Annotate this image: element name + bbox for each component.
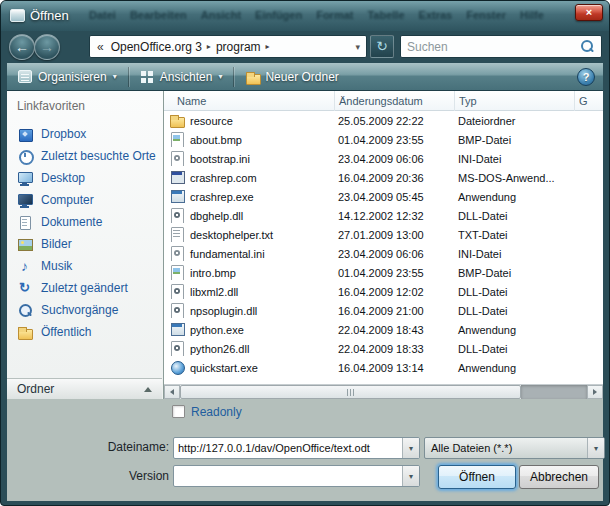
file-row[interactable]: dbghelp.dll 14.12.2002 12:32 DLL-Datei (164, 206, 603, 225)
caret-down-icon: ▾ (113, 72, 117, 81)
file-type: Anwendung (454, 362, 574, 374)
scroll-left-icon (167, 389, 174, 395)
sidebar-item-recent-places[interactable]: Zuletzt besuchte Orte (7, 145, 163, 167)
filetype-dropdown-button[interactable]: ▾ (587, 438, 604, 458)
filetype-value: Alle Dateien (*.*) (425, 438, 587, 458)
filename-input[interactable] (174, 438, 402, 458)
sidebar-item-dropbox[interactable]: Dropbox (7, 123, 163, 145)
file-row[interactable]: crashrep.com 16.04.2009 20:36 MS-DOS-Anw… (164, 168, 603, 187)
caret-down-icon: ▾ (218, 72, 222, 81)
background-menu-item: Tabelle (367, 9, 404, 21)
column-header-type[interactable]: Typ (454, 91, 574, 111)
readonly-checkbox[interactable] (172, 405, 185, 418)
new-folder-button[interactable]: Neuer Ordner (236, 66, 347, 88)
filename-dropdown-button[interactable]: ▾ (402, 438, 419, 458)
version-dropdown-button[interactable]: ▾ (402, 466, 419, 486)
column-header-size[interactable]: G (574, 91, 603, 111)
documents-icon (17, 215, 34, 230)
dll-file-icon (169, 303, 185, 318)
version-input[interactable] (174, 466, 402, 486)
new-folder-label: Neuer Ordner (265, 70, 338, 84)
column-header-name[interactable]: Name (164, 91, 334, 111)
sidebar-item-recently-changed[interactable]: Zuletzt geändert (7, 277, 163, 299)
help-button[interactable]: ? (577, 68, 595, 86)
sidebar-item-computer[interactable]: Computer (7, 189, 163, 211)
search-input[interactable] (401, 40, 580, 54)
titlebar[interactable]: Öffnen Datei Bearbeiten Ansicht Einfügen… (1, 1, 609, 31)
scrollbar-track[interactable] (521, 385, 587, 399)
search-box[interactable] (400, 35, 602, 58)
favorites-sidebar: Linkfavoriten Dropbox Zuletzt besuchte O… (7, 91, 164, 399)
image-file-icon (169, 265, 185, 280)
caret-down-icon: ▾ (409, 472, 413, 481)
scroll-left-button[interactable] (164, 385, 180, 399)
background-menu-item: Ansicht (201, 9, 241, 21)
close-button[interactable]: × (575, 4, 603, 21)
file-type: Dateiordner (454, 115, 574, 127)
background-menu-item: Fenster (466, 9, 506, 21)
sidebar-item-label: Zuletzt besuchte Orte (41, 149, 156, 163)
organize-label: Organisieren (38, 70, 107, 84)
sidebar-item-label: Bilder (41, 237, 72, 251)
application-icon (169, 322, 185, 337)
file-row[interactable]: quickstart.exe 16.04.2009 13:14 Anwendun… (164, 358, 603, 377)
file-row[interactable]: fundamental.ini 23.04.2009 06:06 INI-Dat… (164, 244, 603, 263)
file-row[interactable]: intro.bmp 01.04.2009 23:55 BMP-Datei (164, 263, 603, 282)
views-button[interactable]: Ansichten ▾ (131, 66, 232, 88)
sidebar-item-searches[interactable]: Suchvorgänge (7, 299, 163, 321)
sidebar-item-label: Computer (41, 193, 94, 207)
forward-button[interactable]: → (34, 34, 60, 60)
readonly-label[interactable]: Readonly (191, 405, 242, 419)
background-menu-item: Format (316, 9, 353, 21)
breadcrumb-item[interactable]: OpenOffice.org 3 (107, 40, 206, 54)
back-icon: ← (15, 39, 29, 55)
cancel-button[interactable]: Abbrechen (519, 465, 599, 489)
back-button[interactable]: ← (9, 34, 35, 60)
file-row[interactable]: bootstrap.ini 23.04.2009 06:06 INI-Datei (164, 149, 603, 168)
open-button[interactable]: Öffnen (438, 465, 516, 489)
file-row[interactable]: desktophelper.txt 27.01.2009 13:00 TXT-D… (164, 225, 603, 244)
filetype-combobox[interactable]: Alle Dateien (*.*) ▾ (424, 437, 605, 459)
folders-expander[interactable]: Ordner (7, 378, 162, 399)
refresh-button[interactable]: ↻ (370, 35, 394, 58)
organize-button[interactable]: Organisieren ▾ (9, 66, 126, 88)
sidebar-item-desktop[interactable]: Desktop (7, 167, 163, 189)
folders-label: Ordner (17, 382, 54, 396)
breadcrumb-overflow-button[interactable]: « (90, 40, 107, 54)
file-row[interactable]: python.exe 22.04.2009 18:43 Anwendung (164, 320, 603, 339)
file-row[interactable]: about.bmp 01.04.2009 23:55 BMP-Datei (164, 130, 603, 149)
command-toolbar: Organisieren ▾ Ansichten ▾ Neuer Ordner … (7, 63, 603, 91)
file-modified-date: 16.04.2009 20:36 (334, 172, 454, 184)
sidebar-item-public[interactable]: Öffentlich (7, 321, 163, 343)
forward-icon: → (40, 39, 54, 55)
image-file-icon (169, 132, 185, 147)
sidebar-item-documents[interactable]: Dokumente (7, 211, 163, 233)
background-menu-item: Extras (419, 9, 453, 21)
filename-label: Dateiname: (63, 440, 169, 454)
file-row[interactable]: resource 25.05.2009 22:22 Dateiordner (164, 111, 603, 130)
file-row[interactable]: python26.dll 22.04.2009 18:33 DLL-Datei (164, 339, 603, 358)
breadcrumb-item[interactable]: program (212, 40, 265, 54)
file-modified-date: 16.04.2009 12:02 (334, 286, 454, 298)
filename-combobox[interactable]: ▾ (173, 437, 420, 459)
file-row[interactable]: libxml2.dll 16.04.2009 12:02 DLL-Datei (164, 282, 603, 301)
column-header-modified[interactable]: Änderungsdatum (334, 91, 454, 111)
chevron-up-icon (144, 387, 152, 392)
version-label: Version (63, 469, 169, 483)
organize-icon (18, 70, 32, 83)
dialog-footer: Readonly Dateiname: ▾ Alle Dateien (*.*)… (7, 399, 603, 501)
scroll-right-button[interactable] (587, 385, 603, 399)
file-modified-date: 16.04.2009 13:14 (334, 362, 454, 374)
address-history-dropdown-icon[interactable]: ▾ (355, 42, 366, 52)
horizontal-scrollbar[interactable] (164, 384, 603, 399)
sidebar-item-pictures[interactable]: Bilder (7, 233, 163, 255)
scrollbar-thumb[interactable] (180, 385, 521, 399)
toolbar-separator (128, 67, 129, 87)
file-type: TXT-Datei (454, 229, 574, 241)
file-row[interactable]: crashrep.exe 23.04.2009 05:45 Anwendung (164, 187, 603, 206)
file-row[interactable]: npsoplugin.dll 16.04.2009 21:00 DLL-Date… (164, 301, 603, 320)
version-combobox[interactable]: ▾ (173, 465, 420, 487)
sidebar-item-music[interactable]: Musik (7, 255, 163, 277)
recent-places-icon (17, 149, 34, 164)
breadcrumb[interactable]: « OpenOffice.org 3 ▸ program ▸ ▾ (89, 35, 367, 58)
